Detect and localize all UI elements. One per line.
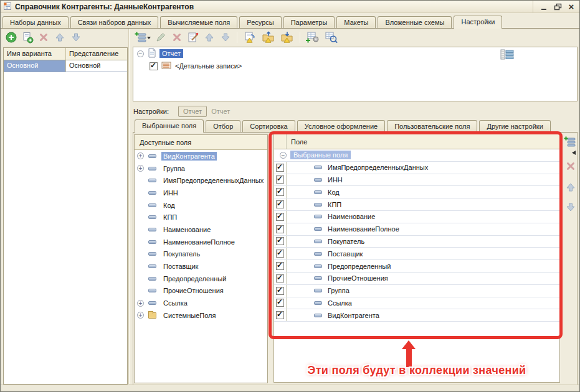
- field-checkbox[interactable]: [276, 175, 284, 184]
- selected-field-label[interactable]: Ссылка: [328, 299, 352, 307]
- available-field-label[interactable]: ИмяПредопределенныхДанных: [161, 176, 265, 185]
- available-field-row[interactable]: СистемныеПоля: [135, 309, 267, 322]
- selected-field-row[interactable]: Ссылка: [274, 297, 559, 310]
- main-tab[interactable]: Настройки: [454, 16, 502, 29]
- main-tab[interactable]: Параметры: [283, 16, 335, 28]
- delete-structure-item-button[interactable]: [170, 30, 184, 44]
- available-field-row[interactable]: Код: [135, 199, 267, 212]
- available-field-row[interactable]: Предопределенный: [135, 273, 267, 285]
- move-field-down-button[interactable]: [564, 200, 578, 213]
- available-field-row[interactable]: Группа: [135, 162, 267, 175]
- available-field-row[interactable]: Покупатель: [135, 248, 267, 261]
- available-field-label[interactable]: Покупатель: [161, 250, 202, 258]
- available-field-row[interactable]: Ссылка: [135, 297, 267, 309]
- detail-records-label[interactable]: <Детальные записи>: [175, 62, 242, 70]
- main-tab[interactable]: Макеты: [336, 16, 376, 28]
- settings-tab[interactable]: Сортировка: [242, 120, 295, 132]
- field-checkbox[interactable]: [276, 237, 284, 245]
- expand-icon[interactable]: [137, 300, 144, 307]
- selected-field-row[interactable]: ВидКонтрагента: [274, 309, 559, 322]
- selected-field-label[interactable]: Покупатель: [328, 238, 364, 245]
- tree-root-row[interactable]: Отчет: [133, 47, 577, 60]
- field-checkbox[interactable]: [276, 188, 284, 196]
- selected-field-row[interactable]: НаименованиеПолное: [274, 223, 559, 236]
- available-field-label[interactable]: СистемныеПоля: [161, 311, 217, 320]
- selected-field-row[interactable]: Предопределенный: [274, 260, 559, 273]
- detail-records-checkbox[interactable]: ✓: [150, 62, 158, 70]
- variant-name-column-header[interactable]: Имя варианта: [4, 48, 66, 60]
- selected-fields-group-label[interactable]: Выбранные поля: [290, 151, 351, 159]
- settings-tab[interactable]: Пользовательские поля: [387, 120, 477, 132]
- minimize-button[interactable]: [538, 2, 549, 12]
- selected-field-row[interactable]: Наименование: [274, 211, 559, 223]
- selected-field-label[interactable]: ВидКонтрагента: [328, 312, 379, 319]
- variant-presentation-column-header[interactable]: Представление: [66, 48, 121, 60]
- move-structure-up-button[interactable]: [202, 30, 216, 44]
- available-field-row[interactable]: Наименование: [135, 223, 267, 236]
- add-field-button[interactable]: [564, 135, 578, 148]
- available-field-label[interactable]: ВидКонтрагента: [161, 152, 217, 161]
- selected-field-label[interactable]: НаименованиеПолное: [328, 225, 399, 233]
- available-field-row[interactable]: ИмяПредопределенныхДанных: [135, 174, 267, 187]
- field-checkbox[interactable]: [276, 225, 284, 233]
- selected-field-label[interactable]: Наименование: [328, 213, 375, 220]
- selected-field-label[interactable]: ПрочиеОтношения: [328, 274, 388, 282]
- selected-fields-group-row[interactable]: Выбранные поля: [274, 149, 559, 162]
- selected-field-row[interactable]: Покупатель: [274, 236, 559, 248]
- field-checkbox[interactable]: [276, 164, 284, 172]
- field-checkbox[interactable]: [276, 200, 284, 208]
- field-checkbox[interactable]: [276, 250, 284, 258]
- available-field-row[interactable]: Поставщик: [135, 260, 267, 273]
- save-settings-button[interactable]: [279, 30, 295, 44]
- add-field-dropdown-icon[interactable]: [572, 149, 576, 156]
- available-field-label[interactable]: НаименованиеПолное: [161, 238, 237, 246]
- tree-root-label[interactable]: Отчет: [159, 49, 183, 58]
- settings-tab[interactable]: Другие настройки: [479, 120, 550, 132]
- selected-field-label[interactable]: КПП: [328, 201, 341, 208]
- selected-field-row[interactable]: ИНН: [274, 174, 559, 187]
- available-field-label[interactable]: Предопределенный: [161, 274, 228, 283]
- main-tab[interactable]: Наборы данных: [2, 16, 69, 28]
- available-field-label[interactable]: ПрочиеОтношения: [161, 286, 226, 295]
- restore-button[interactable]: [552, 2, 563, 12]
- collapse-icon[interactable]: [137, 50, 144, 57]
- panel-splitter[interactable]: [128, 29, 130, 384]
- available-field-label[interactable]: Ссылка: [161, 299, 189, 307]
- open-settings-button[interactable]: [242, 30, 258, 44]
- add-variant-button[interactable]: [4, 30, 18, 44]
- expand-icon[interactable]: [137, 152, 144, 159]
- selected-field-label[interactable]: Поставщик: [328, 250, 363, 258]
- field-checkbox[interactable]: [276, 299, 284, 307]
- field-checkbox[interactable]: [276, 274, 284, 282]
- selected-field-row[interactable]: Код: [274, 186, 559, 198]
- selected-field-label[interactable]: Код: [328, 189, 340, 196]
- available-field-row[interactable]: ПрочиеОтношения: [135, 285, 267, 297]
- move-variant-up-button[interactable]: [53, 30, 67, 44]
- available-field-label[interactable]: Поставщик: [161, 262, 200, 271]
- copy-variant-button[interactable]: [21, 30, 34, 44]
- tree-child-row[interactable]: ✓ <Детальные записи>: [133, 60, 577, 72]
- field-checkbox[interactable]: [276, 287, 284, 295]
- variant-presentation-cell[interactable]: Основной: [66, 60, 127, 72]
- close-button[interactable]: ×: [566, 2, 577, 12]
- load-settings-button[interactable]: [260, 30, 277, 44]
- selected-field-row[interactable]: ПрочиеОтношения: [274, 273, 559, 285]
- available-field-row[interactable]: НаименованиеПолное: [135, 236, 267, 248]
- selected-field-label[interactable]: Предопределенный: [328, 263, 391, 270]
- variant-row[interactable]: Основной Основной: [4, 60, 127, 72]
- available-field-label[interactable]: Группа: [161, 164, 187, 173]
- available-field-row[interactable]: ИНН: [135, 187, 267, 199]
- available-field-row[interactable]: КПП: [135, 211, 267, 223]
- edit-structure-item-button[interactable]: [154, 30, 168, 44]
- available-field-label[interactable]: Код: [161, 201, 177, 210]
- move-field-up-button[interactable]: [564, 180, 578, 194]
- available-field-label[interactable]: Наименование: [161, 225, 212, 234]
- main-tab[interactable]: Связи наборов данных: [70, 16, 159, 28]
- selected-field-label[interactable]: ИНН: [328, 176, 343, 184]
- main-tab[interactable]: Вычисляемые поля: [160, 16, 237, 28]
- main-tab[interactable]: Вложенные схемы: [378, 16, 452, 28]
- report-settings-button[interactable]: Отчет: [178, 106, 207, 117]
- settings-tab[interactable]: Условное оформление: [297, 120, 385, 132]
- available-field-label[interactable]: ИНН: [161, 189, 180, 197]
- settings-tab[interactable]: Отбор: [206, 120, 240, 132]
